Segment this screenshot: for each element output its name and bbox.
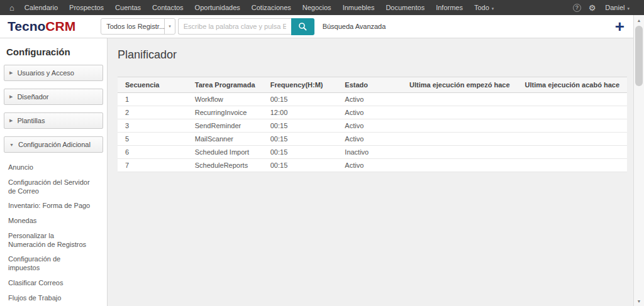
sidebar-item-configuracion-impuestos[interactable]: Configuración de impuestos	[0, 252, 107, 276]
table-cell: 00:15	[263, 133, 338, 146]
sidebar-item-flujos-de-trabajo[interactable]: Flujos de Trabajo	[0, 291, 107, 306]
sidebar-section-plantillas[interactable]: ▶ Plantillas	[4, 112, 103, 129]
table-cell	[518, 119, 627, 133]
table-cell	[402, 93, 518, 106]
chevron-right-icon: ▶	[9, 118, 13, 123]
record-filter-value: Todos los Registr...	[101, 19, 164, 34]
nav-item-prospectos[interactable]: Prospectos	[64, 4, 109, 11]
table-cell: Workflow	[187, 93, 263, 106]
nav-item-informes[interactable]: Informes	[430, 4, 469, 11]
home-icon[interactable]: ⌂	[5, 3, 19, 13]
sidebar-section-label: Plantillas	[17, 117, 45, 124]
table-cell: 5	[118, 133, 187, 146]
chevron-down-icon: ▾	[492, 6, 494, 11]
nav-item-oportunidades[interactable]: Oportunidades	[189, 4, 246, 11]
chevron-down-icon: ▾	[164, 19, 175, 34]
table-cell	[518, 106, 627, 119]
sidebar-item-monedas[interactable]: Monedas	[0, 214, 107, 229]
content-area: Configuración ▶ Usuarios y Acceso ▶ Dise…	[0, 38, 633, 306]
nav-item-negocios[interactable]: Negocios	[297, 4, 337, 11]
table-cell: Activo	[337, 93, 402, 106]
nav-item-cuentas[interactable]: Cuentas	[109, 4, 147, 11]
table-row[interactable]: 3 SendReminder 00:15 Activo	[118, 119, 627, 133]
column-header-secuencia: Secuencia	[118, 77, 187, 93]
sidebar-item-configuracion-servidor-correo[interactable]: Configuración del Servidor de Correo	[0, 175, 107, 199]
sidebar-item-inventario-forma-pago[interactable]: Inventario: Forma de Pago	[0, 199, 107, 214]
table-cell: 2	[118, 106, 187, 119]
sidebar-item-anuncio[interactable]: Anuncio	[0, 160, 107, 175]
table-cell: Inactivo	[337, 146, 402, 159]
info-icon: ?	[573, 4, 581, 12]
header-bar: TecnoCRM Todos los Registr... ▾ Búsqueda…	[0, 15, 633, 38]
chevron-down-icon: ▼	[9, 143, 14, 147]
table-cell: 6	[118, 146, 187, 159]
nav-item-documentos[interactable]: Documentos	[380, 4, 430, 11]
table-cell: 3	[118, 119, 187, 133]
nav-item-cotizaciones[interactable]: Cotizaciones	[246, 4, 297, 11]
nav-item-inmuebles[interactable]: Inmuebles	[337, 4, 380, 11]
table-cell: 00:15	[263, 159, 338, 172]
sidebar-title: Configuración	[6, 46, 101, 57]
table-row[interactable]: 5 MailScanner 00:15 Activo	[118, 133, 627, 146]
page-body: TecnoCRM Todos los Registr... ▾ Búsqueda…	[0, 15, 633, 306]
sidebar-item-clasificar-correos[interactable]: Clasificar Correos	[0, 276, 107, 291]
table-cell: 00:15	[263, 146, 338, 159]
page-title: Planificador	[118, 48, 627, 62]
sidebar-section-disenador[interactable]: ▶ Diseñador	[4, 89, 103, 105]
nav-item-calendario[interactable]: Calendario	[19, 4, 64, 11]
column-header-ultima-ejecucion-acabo: Ultima ejecución acabó hace	[518, 77, 627, 93]
column-header-ultima-ejecucion-empezo: Ultima ejecución empezó hace	[402, 77, 518, 93]
table-cell	[402, 106, 518, 119]
search-input[interactable]	[178, 18, 291, 35]
scroll-up-icon[interactable]: ▲	[634, 15, 644, 25]
table-cell: 00:15	[263, 119, 338, 133]
settings-button[interactable]: ⚙	[585, 3, 600, 13]
app-window: ⌂ Calendario Prospectos Cuentas Contacto…	[0, 0, 644, 306]
table-cell: Activo	[337, 159, 402, 172]
column-header-tarea-programada: Tarea Programada	[187, 77, 263, 93]
logo-secondary: CRM	[45, 19, 75, 33]
chevron-right-icon: ▶	[9, 94, 13, 99]
add-record-button[interactable]: +	[615, 20, 626, 33]
sidebar-section-configuracion-adicional[interactable]: ▼ Configuración Adicional	[4, 136, 103, 153]
table-cell	[402, 146, 518, 159]
chevron-right-icon: ▶	[9, 70, 13, 75]
table-row[interactable]: 1 Workflow 00:15 Activo	[118, 93, 627, 106]
table-cell: Activo	[337, 106, 402, 119]
table-cell	[518, 93, 627, 106]
nav-item-contactos[interactable]: Contactos	[147, 4, 189, 11]
sidebar-section-usuarios-y-acceso[interactable]: ▶ Usuarios y Acceso	[4, 65, 103, 81]
table-cell: 00:15	[263, 93, 338, 106]
gear-icon: ⚙	[589, 3, 596, 13]
table-cell	[402, 133, 518, 146]
nav-item-todo[interactable]: Todo▾	[469, 4, 499, 11]
table-cell: ScheduleReports	[187, 159, 263, 172]
table-row[interactable]: 7 ScheduleReports 00:15 Activo	[118, 159, 627, 172]
user-menu[interactable]: Daniel▾	[599, 4, 635, 11]
table-row[interactable]: 6 Scheduled Import 00:15 Inactivo	[118, 146, 627, 159]
table-cell	[402, 119, 518, 133]
logo-primary: Tecno	[8, 19, 45, 33]
table-cell: Activo	[337, 133, 402, 146]
scrollbar-thumb[interactable]	[635, 26, 643, 86]
table-cell	[518, 133, 627, 146]
record-filter-dropdown[interactable]: Todos los Registr... ▾	[101, 18, 175, 35]
table-cell: MailScanner	[187, 133, 263, 146]
table-cell	[402, 159, 518, 172]
sidebar-section-label: Usuarios y Acceso	[17, 69, 74, 77]
table-cell: RecurringInvoice	[187, 106, 263, 119]
table-row[interactable]: 2 RecurringInvoice 12:00 Activo	[118, 106, 627, 119]
table-cell: Activo	[337, 119, 402, 133]
sidebar-section-label: Configuración Adicional	[18, 141, 91, 148]
vertical-scrollbar[interactable]: ▲ ▼	[633, 15, 644, 306]
table-header-row: Secuencia Tarea Programada Frequency(H:M…	[118, 77, 627, 93]
top-navbar: ⌂ Calendario Prospectos Cuentas Contacto…	[0, 0, 644, 15]
table-cell: SendReminder	[187, 119, 263, 133]
advanced-search-link[interactable]: Búsqueda Avanzada	[323, 23, 386, 30]
search-button[interactable]	[291, 18, 314, 35]
scroll-down-icon[interactable]: ▼	[634, 296, 644, 306]
help-button[interactable]: ?	[569, 4, 585, 12]
table-cell: 1	[118, 93, 187, 106]
sidebar-item-personalizar-numeracion[interactable]: Personalizar la Numeración de Registros	[0, 229, 107, 253]
table-cell: 7	[118, 159, 187, 172]
